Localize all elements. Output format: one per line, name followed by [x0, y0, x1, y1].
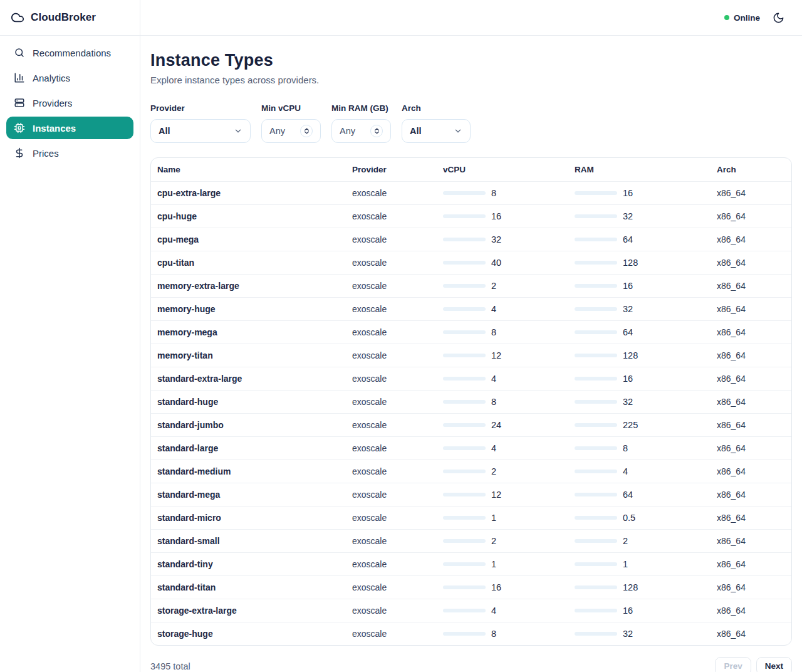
- ram-meter: [575, 562, 617, 566]
- cell-vcpu: 24: [443, 420, 575, 430]
- sidebar-item-analytics[interactable]: Analytics: [6, 66, 133, 89]
- min-vcpu-field: [261, 119, 321, 143]
- page-title: Instance Types: [150, 51, 792, 70]
- cell-instance-name: standard-titan: [157, 582, 352, 592]
- vcpu-value: 40: [491, 258, 501, 268]
- cell-ram: 128: [575, 258, 717, 268]
- cell-provider: exoscale: [352, 211, 443, 221]
- sidebar-item-prices[interactable]: Prices: [6, 142, 133, 164]
- vcpu-value: 1: [491, 559, 496, 569]
- min-vcpu-input[interactable]: [269, 126, 296, 136]
- cell-instance-name: standard-small: [157, 536, 352, 546]
- cell-vcpu: 1: [443, 559, 575, 569]
- vcpu-meter: [443, 400, 486, 404]
- app-root: CloudBroker Recommendations Analytics Pr…: [0, 0, 802, 672]
- cell-ram: 16: [575, 374, 717, 384]
- vcpu-meter: [443, 307, 486, 311]
- filter-arch: Arch All: [402, 103, 471, 143]
- cell-provider: exoscale: [352, 490, 443, 500]
- table-row: storage-huge exoscale 8 32 x86_64: [151, 622, 791, 645]
- ram-meter: [575, 446, 617, 450]
- cell-ram: 2: [575, 536, 717, 546]
- cell-instance-name: standard-large: [157, 443, 352, 453]
- cell-instance-name: memory-extra-large: [157, 281, 352, 291]
- cell-arch: x86_64: [717, 443, 785, 453]
- vcpu-meter: [443, 377, 486, 381]
- filter-provider: Provider All: [150, 103, 251, 143]
- cell-provider: exoscale: [352, 536, 443, 546]
- cell-ram: 32: [575, 629, 717, 639]
- table-row: standard-huge exoscale 8 32 x86_64: [151, 390, 791, 413]
- pagination: Prev Next: [715, 657, 792, 672]
- ram-meter: [575, 377, 617, 381]
- theme-toggle-button[interactable]: [773, 12, 784, 24]
- moon-icon: [773, 12, 784, 24]
- prev-button[interactable]: Prev: [715, 657, 751, 672]
- table-row: standard-extra-large exoscale 4 16 x86_6…: [151, 367, 791, 390]
- sidebar-item-providers[interactable]: Providers: [6, 92, 133, 114]
- ram-meter: [575, 238, 617, 241]
- arch-select[interactable]: All: [402, 119, 471, 143]
- vcpu-value: 12: [491, 350, 501, 360]
- server-icon: [14, 97, 25, 108]
- cell-instance-name: memory-mega: [157, 327, 352, 337]
- vcpu-meter: [443, 238, 486, 241]
- cpu-icon: [14, 122, 25, 134]
- min-ram-input[interactable]: [340, 126, 367, 136]
- dollar-icon: [14, 147, 25, 159]
- vcpu-value: 2: [491, 281, 496, 291]
- vcpu-value: 8: [491, 629, 496, 639]
- cell-arch: x86_64: [717, 374, 785, 384]
- search-icon: [14, 47, 25, 58]
- vcpu-value: 2: [491, 466, 496, 476]
- cell-vcpu: 8: [443, 629, 575, 639]
- cell-provider: exoscale: [352, 374, 443, 384]
- column-header-arch: Arch: [717, 165, 785, 174]
- ram-value: 0.5: [623, 513, 635, 523]
- filter-min-vcpu: Min vCPU: [261, 103, 321, 143]
- vcpu-meter: [443, 470, 486, 473]
- cell-provider: exoscale: [352, 559, 443, 569]
- cell-vcpu: 2: [443, 281, 575, 291]
- provider-select-value: All: [159, 126, 170, 136]
- cell-vcpu: 2: [443, 536, 575, 546]
- cell-provider: exoscale: [352, 397, 443, 407]
- vcpu-value: 2: [491, 536, 496, 546]
- table-header-row: Name Provider vCPU RAM Arch: [151, 158, 791, 181]
- vcpu-meter: [443, 585, 486, 589]
- sidebar-item-instances[interactable]: Instances: [6, 117, 133, 139]
- next-button[interactable]: Next: [756, 657, 792, 672]
- table-row: memory-mega exoscale 8 64 x86_64: [151, 320, 791, 344]
- table-row: cpu-titan exoscale 40 128 x86_64: [151, 251, 791, 274]
- cell-ram: 16: [575, 606, 717, 616]
- vcpu-meter: [443, 284, 486, 288]
- column-header-name: Name: [157, 165, 352, 174]
- sidebar-item-recommendations[interactable]: Recommendations: [6, 41, 133, 64]
- cell-arch: x86_64: [717, 258, 785, 268]
- provider-select[interactable]: All: [150, 119, 251, 143]
- cell-ram: 16: [575, 281, 717, 291]
- sidebar-nav: Recommendations Analytics Providers Inst…: [0, 36, 140, 170]
- cell-instance-name: storage-extra-large: [157, 606, 352, 616]
- vcpu-value: 24: [491, 420, 501, 430]
- online-dot-icon: [724, 15, 729, 20]
- app-logo: CloudBroker: [0, 0, 140, 36]
- total-count: 3495 total: [150, 661, 190, 671]
- cell-arch: x86_64: [717, 490, 785, 500]
- cell-provider: exoscale: [352, 466, 443, 476]
- cell-arch: x86_64: [717, 234, 785, 244]
- table-body: cpu-extra-large exoscale 8 16 x86_64 cpu…: [151, 181, 791, 645]
- number-stepper-icon[interactable]: [300, 125, 313, 137]
- ram-value: 128: [623, 350, 638, 360]
- vcpu-meter: [443, 191, 486, 195]
- number-stepper-icon[interactable]: [370, 125, 383, 137]
- cell-ram: 128: [575, 350, 717, 360]
- cell-provider: exoscale: [352, 188, 443, 198]
- cell-arch: x86_64: [717, 466, 785, 476]
- cell-arch: x86_64: [717, 350, 785, 360]
- vcpu-value: 4: [491, 443, 496, 453]
- ram-meter: [575, 191, 617, 195]
- cell-ram: 32: [575, 211, 717, 221]
- cell-instance-name: cpu-extra-large: [157, 188, 352, 198]
- ram-meter: [575, 493, 617, 496]
